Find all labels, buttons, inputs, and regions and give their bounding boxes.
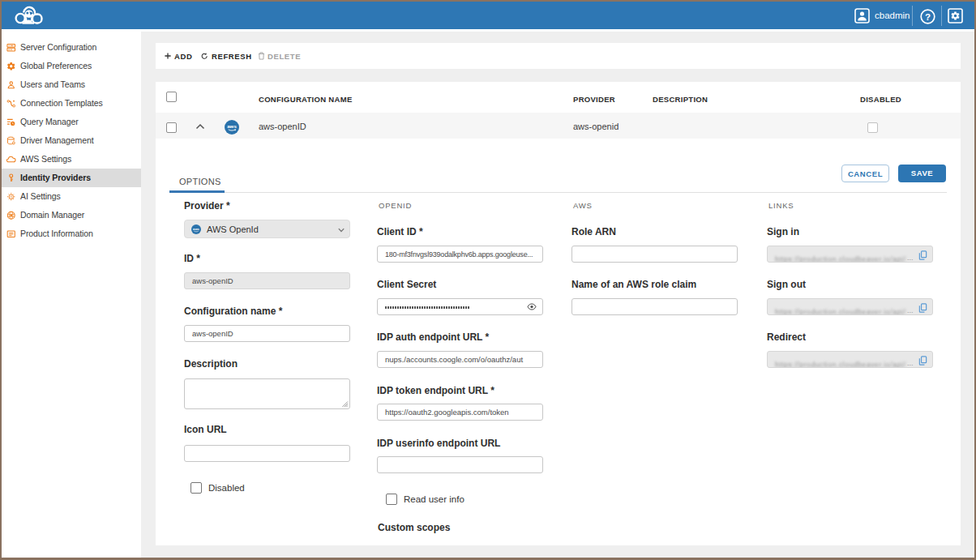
svg-text:?: ?	[925, 12, 931, 22]
svg-text:aws: aws	[193, 227, 200, 231]
svg-text:aws: aws	[227, 123, 237, 129]
